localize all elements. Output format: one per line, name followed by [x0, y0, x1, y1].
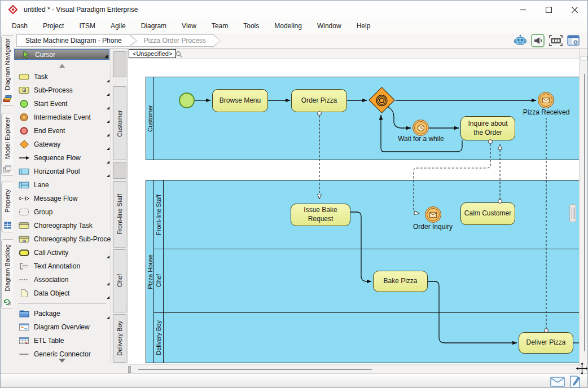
expand-corner-icon[interactable]: [107, 296, 109, 299]
timer-intermediate-event[interactable]: [413, 120, 429, 136]
diagram-tab-state-machine-diagram-phone[interactable]: State Machine Diagram - Phone: [16, 34, 137, 47]
close-button[interactable]: [561, 1, 587, 19]
magnifier-icon[interactable]: [175, 51, 182, 59]
task-bake-pizza[interactable]: Bake Pizza: [373, 271, 428, 292]
property-icon: [4, 222, 11, 229]
perspective-selector[interactable]: <Unspecified>: [129, 49, 176, 58]
palette-item-choreography-task[interactable]: Choreography Task: [14, 219, 111, 232]
palette-scroll-up-icon[interactable]: [59, 64, 65, 68]
panel-layout-icon[interactable]: [567, 35, 580, 46]
palette-item-package[interactable]: Package: [14, 307, 111, 320]
palette-item-group[interactable]: Group: [14, 205, 111, 219]
start-event-icon: [18, 99, 30, 108]
scrollbar-top-button[interactable]: [581, 56, 587, 60]
panel-collapse-grip[interactable]: [569, 204, 576, 222]
expand-corner-icon[interactable]: [107, 120, 109, 123]
menu-diagram[interactable]: Diagram: [141, 22, 166, 30]
lane-front-line-staff[interactable]: Front-line Staff: [154, 180, 579, 249]
expand-corner-icon[interactable]: [107, 255, 109, 258]
expand-corner-icon[interactable]: [107, 283, 109, 285]
scrollbar-left-button[interactable]: [128, 366, 131, 373]
sidebar-tab-diagram-navigator[interactable]: Diagram Navigator: [1, 35, 13, 106]
palette-item-end-event[interactable]: End Event: [14, 124, 111, 138]
mail-icon[interactable]: [550, 377, 565, 388]
task-issue-bake-request[interactable]: Issue Bake Request: [291, 204, 350, 226]
palette-item-horizontal-pool[interactable]: Horizontal Pool: [14, 165, 111, 178]
palette-item-cursor[interactable]: Cursor: [14, 49, 109, 60]
menu-dash[interactable]: Dash: [12, 22, 28, 30]
horizontal-scrollbar-thumb[interactable]: [138, 369, 372, 370]
expand-corner-icon[interactable]: [107, 316, 109, 319]
expand-corner-icon[interactable]: [107, 80, 109, 82]
message-intermediate-event-order-inquiry[interactable]: [425, 206, 441, 223]
palette-item-message-flow[interactable]: Message Flow: [14, 192, 111, 205]
palette-item-label: Diagram Overview: [34, 323, 90, 331]
minimize-button[interactable]: [510, 1, 536, 19]
palette-item-call-activity[interactable]: Call Activity: [14, 246, 111, 259]
task-icon: [18, 72, 30, 81]
palette-item-intermediate-event[interactable]: Intermediate Event: [14, 111, 111, 124]
task-calm-customer[interactable]: Calm Customer: [460, 202, 515, 225]
palette-item-gateway[interactable]: Gateway: [14, 138, 111, 151]
expand-corner-icon[interactable]: [107, 174, 109, 177]
palette-item-label: Group: [34, 208, 52, 216]
lane-strip-tab-delivery-boy[interactable]: Delivery Boy: [113, 314, 126, 363]
sidebar-tab-diagram-backlog[interactable]: Diagram Backlog: [1, 239, 13, 309]
menu-agile[interactable]: Agile: [111, 22, 126, 30]
menu-modeling[interactable]: Modeling: [274, 22, 302, 30]
expand-corner-icon[interactable]: [107, 107, 109, 109]
menu-help[interactable]: Help: [357, 22, 371, 30]
expand-corner-icon[interactable]: [107, 147, 109, 150]
diagram-palette: Cursor TaskSub-ProcessStart EventInterme…: [14, 48, 111, 364]
task-deliver-pizza[interactable]: Deliver Pizza: [519, 332, 573, 354]
palette-item-label: ETL Table: [34, 337, 64, 345]
lane-strip-label: Delivery Boy: [116, 321, 123, 356]
menu-itsm[interactable]: ITSM: [79, 22, 95, 30]
expand-corner-icon[interactable]: [107, 93, 109, 96]
palette-item-lane[interactable]: Lane: [14, 178, 111, 192]
palette-item-choreography-sub-process[interactable]: Choreography Sub-Process: [14, 232, 111, 246]
diagram-tab-pizza-order-process[interactable]: Pizza Order Process: [130, 34, 221, 47]
palette-item-text-annotation[interactable]: Text Annotation: [14, 259, 111, 273]
lane-chef[interactable]: Chef: [154, 249, 579, 313]
lane-delivery-boy[interactable]: Delivery Boy: [154, 313, 579, 363]
menu-window[interactable]: Window: [317, 22, 341, 30]
lane-strip-tab-chef[interactable]: Chef: [113, 249, 126, 312]
compose-note-icon[interactable]: [569, 376, 581, 388]
palette-scroll-down-icon[interactable]: [59, 359, 65, 363]
maximize-button[interactable]: [536, 1, 561, 19]
palette-item-association[interactable]: Association: [14, 273, 111, 286]
vertical-scrollbar[interactable]: [579, 48, 588, 373]
menu-tools[interactable]: Tools: [243, 22, 259, 30]
expand-corner-icon[interactable]: [107, 134, 109, 136]
robot-assistant-icon[interactable]: [514, 34, 527, 47]
task-browse-menu[interactable]: Browse Menu: [212, 89, 268, 112]
palette-item-sequence-flow[interactable]: Sequence Flow: [14, 151, 111, 165]
palette-item-start-event[interactable]: Start Event: [14, 97, 111, 111]
palette-item-diagram-overview[interactable]: Diagram Overview: [14, 320, 111, 334]
task-inquire-about-the-order[interactable]: Inquire about the Order: [460, 116, 515, 140]
start-event[interactable]: [179, 92, 195, 108]
announcement-icon[interactable]: [531, 34, 545, 47]
menu-project[interactable]: Project: [43, 22, 64, 30]
menu-view[interactable]: View: [182, 22, 196, 30]
lane-strip-spacer: [113, 51, 126, 77]
menu-team[interactable]: Team: [212, 22, 228, 30]
palette-item-etl-table[interactable]: ETL Table: [14, 334, 111, 347]
selection-frame-icon[interactable]: [548, 34, 563, 47]
horizontal-scrollbar[interactable]: [128, 364, 579, 373]
palette-item-data-object[interactable]: Data Object: [14, 286, 111, 300]
palette-item-task[interactable]: Task: [14, 70, 111, 83]
lane-strip-tab-front-line-staff[interactable]: Front-line Staff: [113, 181, 126, 248]
task-order-pizza[interactable]: Order Pizza: [291, 89, 347, 112]
diagram-canvas[interactable]: <Unspecified> Customer Pizza House Front…: [128, 48, 579, 364]
vertical-scrollbar-thumb[interactable]: [584, 74, 585, 351]
sidebar-tab-property[interactable]: Property: [1, 182, 13, 232]
lane-strip-tab-customer[interactable]: Customer: [113, 86, 126, 160]
expand-corner-icon[interactable]: [107, 161, 109, 164]
pool-pizza-house-header[interactable]: Pizza House: [146, 180, 154, 363]
sidebar-tab-model-explorer[interactable]: Model Explorer: [1, 113, 13, 176]
pool-customer-header[interactable]: Customer: [146, 77, 154, 160]
palette-item-sub-process[interactable]: Sub-Process: [14, 83, 111, 97]
message-intermediate-event-pizza-received[interactable]: [538, 92, 554, 108]
